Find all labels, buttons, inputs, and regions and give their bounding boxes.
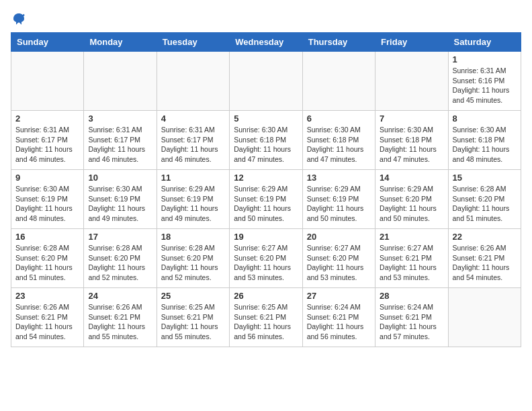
day-info: Sunrise: 6:28 AM Sunset: 6:20 PM Dayligh…: [161, 243, 225, 283]
calendar-cell: [11, 52, 84, 111]
day-number: 8: [453, 113, 517, 124]
day-info: Sunrise: 6:25 AM Sunset: 6:21 PM Dayligh…: [161, 302, 225, 342]
calendar-cell: 20Sunrise: 6:27 AM Sunset: 6:20 PM Dayli…: [302, 229, 375, 288]
day-number: 17: [88, 232, 152, 242]
day-info: Sunrise: 6:31 AM Sunset: 6:16 PM Dayligh…: [453, 66, 517, 105]
calendar-cell: 4Sunrise: 6:31 AM Sunset: 6:17 PM Daylig…: [157, 111, 229, 170]
day-info: Sunrise: 6:31 AM Sunset: 6:17 PM Dayligh…: [15, 125, 79, 165]
day-header-wednesday: Wednesday: [230, 33, 302, 52]
day-number: 7: [380, 113, 443, 124]
calendar-cell: 21Sunrise: 6:27 AM Sunset: 6:21 PM Dayli…: [375, 229, 448, 288]
logo: [11, 11, 30, 27]
logo-icon: [11, 11, 27, 27]
day-info: Sunrise: 6:27 AM Sunset: 6:20 PM Dayligh…: [234, 243, 298, 283]
calendar-week-0: 1Sunrise: 6:31 AM Sunset: 6:16 PM Daylig…: [11, 52, 521, 111]
calendar-cell: 9Sunrise: 6:30 AM Sunset: 6:19 PM Daylig…: [11, 170, 84, 229]
day-number: 21: [380, 232, 443, 242]
day-info: Sunrise: 6:27 AM Sunset: 6:20 PM Dayligh…: [307, 243, 371, 283]
day-number: 6: [307, 113, 371, 124]
calendar-cell: 5Sunrise: 6:30 AM Sunset: 6:18 PM Daylig…: [230, 111, 302, 170]
calendar-cell: 10Sunrise: 6:30 AM Sunset: 6:19 PM Dayli…: [84, 170, 157, 229]
day-number: 2: [15, 113, 79, 124]
calendar-cell: 17Sunrise: 6:28 AM Sunset: 6:20 PM Dayli…: [84, 229, 157, 288]
calendar-cell: 19Sunrise: 6:27 AM Sunset: 6:20 PM Dayli…: [230, 229, 302, 288]
day-number: 5: [234, 113, 298, 124]
day-info: Sunrise: 6:29 AM Sunset: 6:19 PM Dayligh…: [161, 184, 225, 224]
calendar-cell: 6Sunrise: 6:30 AM Sunset: 6:18 PM Daylig…: [302, 111, 375, 170]
day-number: 10: [88, 173, 152, 183]
day-number: 26: [234, 291, 298, 301]
calendar-week-1: 2Sunrise: 6:31 AM Sunset: 6:17 PM Daylig…: [11, 111, 521, 170]
calendar-cell: [230, 52, 302, 111]
day-number: 19: [234, 232, 298, 242]
day-info: Sunrise: 6:30 AM Sunset: 6:18 PM Dayligh…: [234, 125, 298, 165]
calendar-cell: 2Sunrise: 6:31 AM Sunset: 6:17 PM Daylig…: [11, 111, 84, 170]
day-number: 28: [380, 291, 443, 301]
day-number: 23: [15, 291, 79, 301]
day-header-friday: Friday: [375, 33, 448, 52]
day-info: Sunrise: 6:26 AM Sunset: 6:21 PM Dayligh…: [88, 302, 152, 342]
calendar-cell: 22Sunrise: 6:26 AM Sunset: 6:21 PM Dayli…: [448, 229, 521, 288]
calendar-cell: 28Sunrise: 6:24 AM Sunset: 6:21 PM Dayli…: [375, 288, 448, 347]
day-info: Sunrise: 6:26 AM Sunset: 6:21 PM Dayligh…: [453, 243, 517, 283]
calendar-cell: [84, 52, 157, 111]
day-info: Sunrise: 6:30 AM Sunset: 6:19 PM Dayligh…: [15, 184, 79, 224]
calendar-cell: [375, 52, 448, 111]
calendar-cell: 1Sunrise: 6:31 AM Sunset: 6:16 PM Daylig…: [448, 52, 521, 111]
day-number: 22: [453, 232, 517, 242]
day-info: Sunrise: 6:29 AM Sunset: 6:19 PM Dayligh…: [307, 184, 371, 224]
day-info: Sunrise: 6:29 AM Sunset: 6:19 PM Dayligh…: [234, 184, 298, 224]
day-number: 1: [453, 54, 517, 64]
calendar-cell: 26Sunrise: 6:25 AM Sunset: 6:21 PM Dayli…: [230, 288, 302, 347]
calendar-cell: 23Sunrise: 6:26 AM Sunset: 6:21 PM Dayli…: [11, 288, 84, 347]
day-info: Sunrise: 6:30 AM Sunset: 6:18 PM Dayligh…: [380, 125, 443, 165]
calendar-cell: 8Sunrise: 6:30 AM Sunset: 6:18 PM Daylig…: [448, 111, 521, 170]
calendar-cell: [157, 52, 229, 111]
day-number: 25: [161, 291, 225, 301]
day-info: Sunrise: 6:28 AM Sunset: 6:20 PM Dayligh…: [15, 243, 79, 283]
day-number: 15: [453, 173, 517, 183]
day-header-saturday: Saturday: [448, 33, 521, 52]
day-info: Sunrise: 6:28 AM Sunset: 6:20 PM Dayligh…: [453, 184, 517, 224]
calendar-cell: 14Sunrise: 6:29 AM Sunset: 6:20 PM Dayli…: [375, 170, 448, 229]
calendar-cell: 25Sunrise: 6:25 AM Sunset: 6:21 PM Dayli…: [157, 288, 229, 347]
day-header-monday: Monday: [84, 33, 157, 52]
day-number: 4: [161, 113, 225, 124]
calendar-cell: 3Sunrise: 6:31 AM Sunset: 6:17 PM Daylig…: [84, 111, 157, 170]
day-number: 27: [307, 291, 371, 301]
calendar-cell: 24Sunrise: 6:26 AM Sunset: 6:21 PM Dayli…: [84, 288, 157, 347]
day-header-tuesday: Tuesday: [157, 33, 229, 52]
day-number: 18: [161, 232, 225, 242]
day-info: Sunrise: 6:28 AM Sunset: 6:20 PM Dayligh…: [88, 243, 152, 283]
day-number: 12: [234, 173, 298, 183]
day-number: 9: [15, 173, 79, 183]
day-number: 13: [307, 173, 371, 183]
calendar-cell: 27Sunrise: 6:24 AM Sunset: 6:21 PM Dayli…: [302, 288, 375, 347]
day-info: Sunrise: 6:27 AM Sunset: 6:21 PM Dayligh…: [380, 243, 443, 283]
day-info: Sunrise: 6:26 AM Sunset: 6:21 PM Dayligh…: [15, 302, 79, 342]
day-number: 16: [15, 232, 79, 242]
day-info: Sunrise: 6:30 AM Sunset: 6:18 PM Dayligh…: [453, 125, 517, 165]
day-info: Sunrise: 6:24 AM Sunset: 6:21 PM Dayligh…: [380, 302, 443, 342]
day-info: Sunrise: 6:25 AM Sunset: 6:21 PM Dayligh…: [234, 302, 298, 342]
calendar-header-row: SundayMondayTuesdayWednesdayThursdayFrid…: [11, 33, 521, 52]
calendar-cell: 11Sunrise: 6:29 AM Sunset: 6:19 PM Dayli…: [157, 170, 229, 229]
day-number: 11: [161, 173, 225, 183]
day-number: 24: [88, 291, 152, 301]
calendar-cell: 7Sunrise: 6:30 AM Sunset: 6:18 PM Daylig…: [375, 111, 448, 170]
calendar-week-2: 9Sunrise: 6:30 AM Sunset: 6:19 PM Daylig…: [11, 170, 521, 229]
day-header-sunday: Sunday: [11, 33, 84, 52]
day-number: 3: [88, 113, 152, 124]
calendar-cell: 15Sunrise: 6:28 AM Sunset: 6:20 PM Dayli…: [448, 170, 521, 229]
day-info: Sunrise: 6:29 AM Sunset: 6:20 PM Dayligh…: [380, 184, 443, 224]
calendar-table: SundayMondayTuesdayWednesdayThursdayFrid…: [11, 32, 521, 347]
calendar-cell: 18Sunrise: 6:28 AM Sunset: 6:20 PM Dayli…: [157, 229, 229, 288]
day-info: Sunrise: 6:30 AM Sunset: 6:19 PM Dayligh…: [88, 184, 152, 224]
calendar-cell: 13Sunrise: 6:29 AM Sunset: 6:19 PM Dayli…: [302, 170, 375, 229]
day-info: Sunrise: 6:31 AM Sunset: 6:17 PM Dayligh…: [161, 125, 225, 165]
calendar-cell: [448, 288, 521, 347]
day-info: Sunrise: 6:24 AM Sunset: 6:21 PM Dayligh…: [307, 302, 371, 342]
day-header-thursday: Thursday: [302, 33, 375, 52]
calendar-cell: 12Sunrise: 6:29 AM Sunset: 6:19 PM Dayli…: [230, 170, 302, 229]
calendar-cell: [302, 52, 375, 111]
